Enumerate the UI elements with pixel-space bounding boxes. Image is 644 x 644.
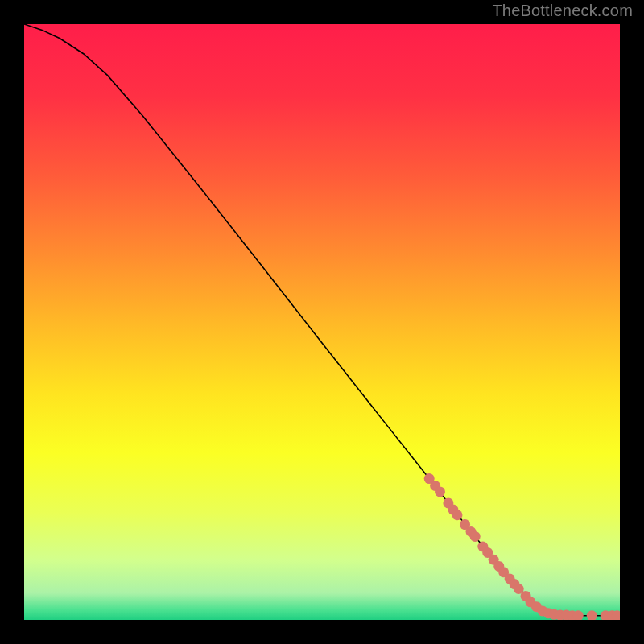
chart-frame: TheBottleneck.com [0, 0, 644, 644]
data-point [470, 531, 481, 542]
chart-svg [24, 24, 620, 620]
data-point [435, 486, 445, 497]
watermark-text: TheBottleneck.com [492, 2, 633, 20]
chart-background [24, 24, 620, 620]
data-point [452, 510, 462, 520]
plot-area [24, 24, 620, 620]
